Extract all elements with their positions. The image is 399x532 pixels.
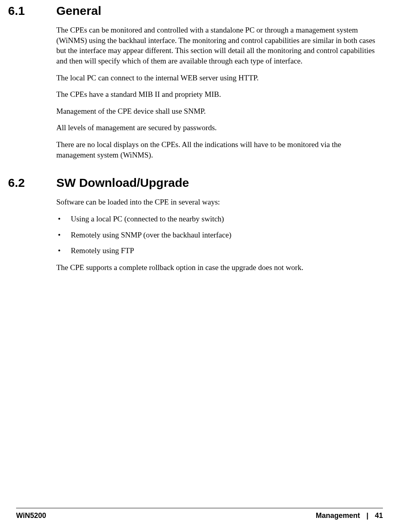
- footer-right: Management | 41: [316, 512, 383, 520]
- paragraph: The local PC can connect to the internal…: [56, 73, 379, 83]
- section-number: 6.1: [8, 4, 56, 18]
- footer-product: WiN5200: [16, 512, 46, 520]
- paragraph: All levels of management are secured by …: [56, 123, 379, 133]
- paragraph: The CPE supports a complete rollback opt…: [56, 262, 379, 273]
- paragraph: The CPEs have a standard MIB II and prop…: [56, 89, 379, 100]
- paragraph: There are no local displays on the CPEs.…: [56, 139, 379, 160]
- section-header: 6.1 General: [8, 4, 379, 18]
- paragraph: Software can be loaded into the CPE in s…: [56, 197, 379, 207]
- section-title: General: [56, 4, 101, 18]
- paragraph: The CPEs can be monitored and controlled…: [56, 25, 379, 66]
- list-item: Using a local PC (connected to the nearb…: [56, 214, 379, 224]
- section-body: Software can be loaded into the CPE in s…: [56, 197, 379, 272]
- footer-page-number: 41: [375, 512, 383, 520]
- footer-section-label: Management: [316, 512, 360, 520]
- list-item: Remotely using FTP: [56, 246, 379, 256]
- section-title: SW Download/Upgrade: [56, 176, 189, 190]
- section-6-2: 6.2 SW Download/Upgrade Software can be …: [8, 176, 379, 272]
- section-header: 6.2 SW Download/Upgrade: [8, 176, 379, 190]
- bullet-list: Using a local PC (connected to the nearb…: [56, 214, 379, 256]
- page-footer: WiN5200 Management | 41: [16, 508, 383, 520]
- section-number: 6.2: [8, 176, 56, 190]
- section-6-1: 6.1 General The CPEs can be monitored an…: [8, 4, 379, 160]
- section-body: The CPEs can be monitored and controlled…: [56, 25, 379, 160]
- footer-separator: |: [366, 512, 368, 520]
- list-item: Remotely using SNMP (over the backhaul i…: [56, 230, 379, 240]
- paragraph: Management of the CPE device shall use S…: [56, 106, 379, 117]
